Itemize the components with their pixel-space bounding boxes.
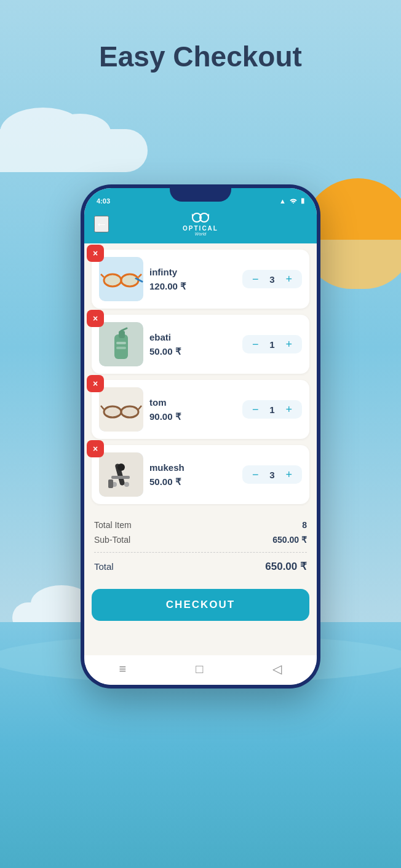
back-button[interactable]: ← <box>94 216 109 232</box>
item-1-info: infinty 120.00 ₹ <box>149 267 236 292</box>
item-3-name: tom <box>149 397 236 408</box>
item-2-name: ebati <box>149 332 236 342</box>
summary-divider <box>94 552 307 553</box>
item-2-price: 50.00 ₹ <box>149 346 236 357</box>
nav-menu-icon[interactable]: ≡ <box>119 662 127 676</box>
item-2-quantity: 1 <box>267 339 277 350</box>
status-time: 4:03 <box>97 197 110 205</box>
nav-back-icon[interactable]: ◁ <box>272 661 282 676</box>
total-value: 650.00 ₹ <box>265 560 307 573</box>
svg-point-19 <box>104 406 121 417</box>
cart-item-3: × tom 90.00 ₹ <box>92 380 309 439</box>
svg-point-7 <box>121 274 138 286</box>
item-4-price: 50.00 ₹ <box>149 476 236 487</box>
subtotal-label: Sub-Total <box>94 535 130 545</box>
remove-item-1-button[interactable]: × <box>87 245 104 262</box>
total-row: Total 650.00 ₹ <box>94 558 307 575</box>
item-3-decrease-button[interactable]: − <box>250 404 261 415</box>
wifi-icon <box>289 197 298 205</box>
cart-item-4: × mukesh 50.00 ₹ <box>92 445 309 504</box>
signal-icon: ▲ <box>279 197 286 205</box>
svg-point-26 <box>117 464 125 471</box>
svg-rect-16 <box>116 342 126 344</box>
item-1-price: 120.00 ₹ <box>149 281 236 292</box>
item-2-info: ebati 50.00 ₹ <box>149 332 236 357</box>
item-1-qty-control: − 3 + <box>242 270 302 288</box>
item-2-increase-button[interactable]: + <box>283 339 295 350</box>
item-4-increase-button[interactable]: + <box>283 469 295 480</box>
item-4-qty-control: − 3 + <box>242 465 302 484</box>
item-3-info: tom 90.00 ₹ <box>149 397 236 422</box>
item-4-name: mukesh <box>149 462 236 473</box>
item-1-increase-button[interactable]: + <box>283 274 295 285</box>
svg-rect-30 <box>108 479 113 488</box>
total-label: Total <box>94 561 114 572</box>
svg-rect-27 <box>111 476 130 479</box>
total-items-row: Total Item 8 <box>94 518 307 532</box>
svg-line-4 <box>208 214 209 216</box>
cart-scroll-area: × infinty 120. <box>84 243 317 655</box>
logo-icon <box>192 212 209 225</box>
item-2-image <box>99 322 143 366</box>
cart-item-1: × infinty 120. <box>92 250 309 309</box>
remove-item-3-button[interactable]: × <box>87 375 104 392</box>
subtotal-value: 650.00 ₹ <box>272 535 307 545</box>
item-1-name: infinty <box>149 267 236 277</box>
item-3-increase-button[interactable]: + <box>283 404 295 415</box>
svg-point-20 <box>121 406 138 417</box>
svg-rect-17 <box>116 347 126 349</box>
remove-item-2-button[interactable]: × <box>87 310 104 327</box>
item-4-image <box>99 452 143 497</box>
svg-line-3 <box>192 214 193 216</box>
app-header: ← OPTICAL World <box>84 208 317 243</box>
logo-text: OPTICAL <box>183 225 218 232</box>
summary-section: Total Item 8 Sub-Total 650.00 ₹ Total 65… <box>92 510 309 580</box>
total-items-value: 8 <box>302 520 307 530</box>
item-3-price: 90.00 ₹ <box>149 411 236 422</box>
logo-subtitle: World <box>195 232 206 236</box>
bottom-nav: ≡ □ ◁ <box>84 655 317 685</box>
logo-area: OPTICAL World <box>183 212 218 236</box>
checkout-button[interactable]: CHECKOUT <box>92 589 309 621</box>
phone-notch <box>170 188 231 202</box>
svg-point-6 <box>104 274 121 286</box>
item-1-decrease-button[interactable]: − <box>250 274 261 285</box>
item-3-image <box>99 387 143 432</box>
item-4-decrease-button[interactable]: − <box>250 469 261 480</box>
svg-rect-14 <box>119 331 125 338</box>
cart-item-2: × ebati 50.00 ₹ <box>92 315 309 374</box>
item-2-decrease-button[interactable]: − <box>250 339 261 350</box>
item-1-image <box>99 257 143 301</box>
battery-icon: ▮ <box>301 197 304 205</box>
nav-home-icon[interactable]: □ <box>196 662 203 676</box>
svg-point-29 <box>124 482 129 487</box>
status-icons: ▲ ▮ <box>279 197 304 205</box>
item-2-qty-control: − 1 + <box>242 335 302 353</box>
phone-frame: 4:03 ▲ ▮ ← <box>81 184 320 688</box>
item-1-quantity: 3 <box>267 274 277 285</box>
remove-item-4-button[interactable]: × <box>87 440 104 457</box>
item-3-qty-control: − 1 + <box>242 400 302 419</box>
item-4-quantity: 3 <box>267 470 277 480</box>
total-items-label: Total Item <box>94 520 132 530</box>
item-4-info: mukesh 50.00 ₹ <box>149 462 236 487</box>
subtotal-row: Sub-Total 650.00 ₹ <box>94 532 307 547</box>
phone-screen: 4:03 ▲ ▮ ← <box>84 188 317 685</box>
page-title: Easy Checkout <box>0 40 401 73</box>
cloud-decoration-1 <box>0 129 148 172</box>
item-3-quantity: 1 <box>267 404 277 415</box>
